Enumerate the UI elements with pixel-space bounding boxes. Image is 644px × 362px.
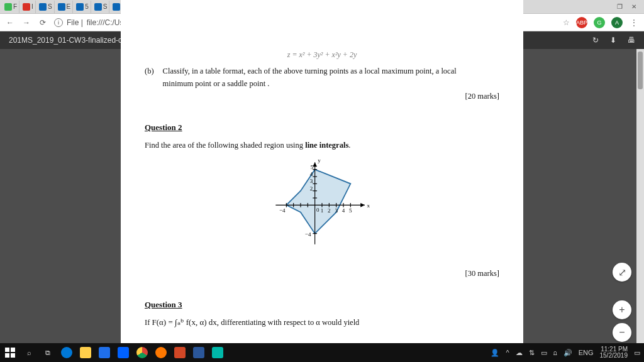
system-tray: 👤 ^ ☁ ⇅ ▭ ⩍ 🔊 ENG 11:21 PM 15/2/2019 ▭ [491, 346, 640, 359]
clock-date: 15/2/2019 [600, 353, 628, 359]
restore-window-icon[interactable]: ❐ [617, 3, 623, 10]
tick-x2: 2 [328, 207, 331, 214]
y-label: y [318, 158, 321, 164]
store-icon[interactable] [98, 346, 111, 359]
pdf-toolbar: 201MS_2019_01-CW3-finalized-copy.pdf 3 /… [0, 31, 644, 49]
equation-faint: z = x² + 3y² + x²y + 2y [145, 49, 499, 61]
q2-tail: . [348, 141, 350, 150]
download-icon[interactable]: ⬇ [610, 36, 616, 45]
q1b-marks: [20 marks] [163, 90, 499, 102]
pdf-page: z = x² + 3y² + x²y + 2y (b) Classify, in… [121, 49, 523, 343]
tick-y3: 3 [310, 178, 313, 184]
site-info-icon[interactable]: i [54, 18, 63, 27]
browser-tab[interactable]: I [21, 1, 36, 13]
profile-avatar-icon[interactable]: A [611, 17, 623, 28]
chrome-icon[interactable] [136, 346, 148, 359]
rotate-icon[interactable]: ↻ [592, 36, 599, 45]
q1b-line2: minimum point or a saddle point . [163, 77, 499, 90]
pdf-viewer[interactable]: z = x² + 3y² + x²y + 2y (b) Classify, in… [0, 49, 644, 343]
svg-rect-17 [5, 353, 9, 358]
avast-icon[interactable] [155, 346, 167, 359]
scrollbar-thumb[interactable] [638, 52, 643, 89]
chrome-menu-icon[interactable]: ⋮ [629, 18, 639, 27]
viewer-scrollbar[interactable] [636, 49, 644, 343]
taskview-icon[interactable]: ⧉ [42, 346, 54, 359]
back-button[interactable]: ← [5, 18, 15, 27]
svg-rect-16 [11, 348, 15, 352]
question-2-text: Find the area of the following shaded re… [145, 139, 499, 151]
part-label: (b) [145, 65, 154, 102]
windows-taskbar: ⌕ ⧉ 👤 ^ ☁ ⇅ ▭ ⩍ 🔊 ENG 11:21 PM 15/2/2019… [0, 343, 644, 362]
q2-bold: line integrals [305, 141, 348, 150]
x-label: x [367, 202, 370, 209]
tab-favicon [76, 3, 84, 11]
tick-x5: 5 [349, 207, 352, 214]
file-label: File | [67, 18, 83, 27]
x-arrow-icon [360, 203, 365, 207]
svg-rect-18 [11, 353, 15, 358]
tab-title: I [31, 3, 33, 10]
tick-ym4: −4 [305, 231, 311, 238]
print-icon[interactable]: 🖶 [628, 36, 635, 45]
wifi-icon[interactable]: ⩍ [553, 349, 557, 356]
zoom-in-button[interactable]: + [613, 300, 631, 319]
tab-favicon [58, 3, 65, 11]
notifications-icon[interactable]: ▭ [634, 349, 640, 357]
abp-extension-icon[interactable]: ABP [576, 17, 587, 28]
tab-title: S [48, 3, 52, 10]
tick-xm4: −4 [279, 207, 286, 214]
reload-button[interactable]: ⟳ [38, 18, 48, 27]
forward-button[interactable]: → [21, 18, 31, 27]
q2-marks: [30 marks] [145, 267, 499, 280]
fit-page-button[interactable]: ⤢ [613, 263, 631, 282]
figure-shaded-region: x y 5 4 3 2 0 1 2 3 4 5 −4 −4 [145, 155, 499, 262]
app-icon[interactable] [211, 346, 224, 359]
tab-favicon [23, 3, 30, 11]
tick-origin: 0 [316, 207, 319, 213]
browser-tab[interactable]: S [92, 1, 110, 13]
project-icon[interactable]: ▭ [541, 349, 547, 357]
sync-icon[interactable]: ⇅ [529, 349, 535, 357]
zoom-out-button[interactable]: − [613, 323, 631, 342]
tab-favicon [113, 3, 120, 11]
svg-rect-15 [5, 348, 9, 352]
onedrive-icon[interactable]: ☁ [516, 349, 523, 357]
question-3-text: If F(α) = ∫ₐᵇ f(x, α) dx, differentiatin… [145, 316, 499, 329]
extensions: ABP G A [576, 17, 623, 28]
grammarly-extension-icon[interactable]: G [594, 17, 605, 28]
q3-equation: F(α) = ∫ₐᵇ f(x, α) dx, [152, 317, 219, 327]
close-window-icon[interactable]: ✕ [631, 3, 636, 10]
language-indicator[interactable]: ENG [579, 349, 594, 356]
start-button[interactable] [4, 346, 16, 359]
file-explorer-icon[interactable] [79, 346, 92, 359]
people-icon[interactable]: 👤 [491, 349, 499, 357]
browser-tab[interactable]: 5 [74, 1, 91, 13]
edge-icon[interactable] [60, 346, 73, 359]
shaded-polygon [286, 170, 350, 234]
volume-icon[interactable]: 🔊 [564, 349, 572, 357]
search-icon[interactable]: ⌕ [23, 346, 35, 359]
q1b-line1: Classify, in a table format, each of the… [163, 65, 499, 77]
tab-title: 5 [85, 3, 89, 10]
tab-title: F [13, 3, 17, 10]
browser-tab[interactable]: E [56, 1, 74, 13]
clock[interactable]: 11:21 PM 15/2/2019 [600, 346, 628, 359]
bookmark-star-icon[interactable]: ☆ [563, 18, 570, 27]
tab-title: E [67, 3, 71, 10]
question-1b: (b) Classify, in a table format, each of… [145, 65, 499, 102]
browser-tab[interactable]: S [37, 1, 55, 13]
tab-favicon [94, 3, 102, 11]
tick-y5: 5 [311, 164, 314, 170]
tick-y2: 2 [310, 185, 313, 192]
tick-y4: 4 [310, 171, 313, 177]
tray-up-icon[interactable]: ^ [506, 349, 509, 356]
word-icon[interactable] [192, 346, 205, 359]
tick-x1: 1 [321, 207, 324, 214]
powerpoint-icon[interactable] [174, 346, 186, 359]
shaded-polygon-plot: x y 5 4 3 2 0 1 2 3 4 5 −4 −4 [253, 155, 391, 262]
dropbox-icon[interactable] [117, 346, 130, 359]
q3-post: differentiating with respect to α would … [221, 318, 359, 327]
tab-favicon [4, 3, 12, 11]
browser-tab[interactable]: F [3, 1, 19, 13]
tick-x4: 4 [342, 207, 345, 214]
